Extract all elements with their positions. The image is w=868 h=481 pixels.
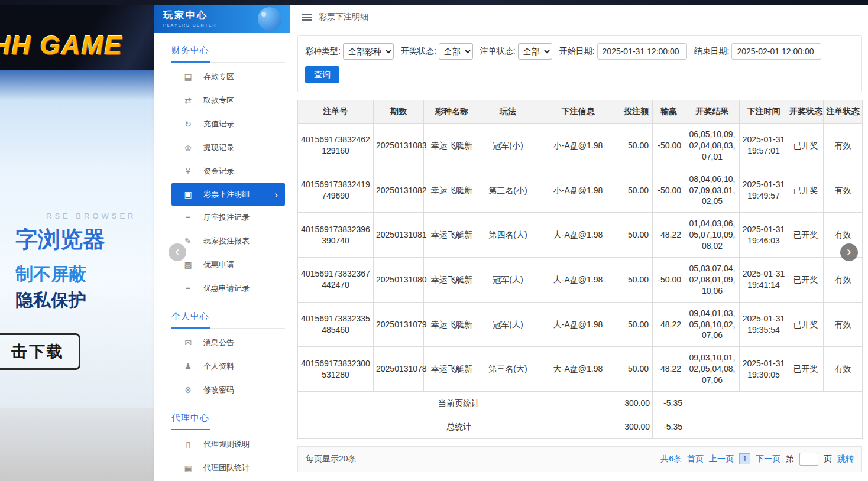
- cell-result: 09,03,10,01,02,05,04,08,07,06: [685, 347, 740, 392]
- hamburger-menu-icon[interactable]: [302, 12, 312, 22]
- cell-result: 05,03,07,04,02,08,01,09,10,06: [685, 258, 740, 303]
- page-jump-input[interactable]: [799, 453, 818, 466]
- column-header: 注单状态: [824, 100, 863, 124]
- sidebar-section-title: 财务中心: [171, 45, 285, 63]
- gift-icon: ▩: [183, 260, 193, 269]
- cell-draw-status: 已开奖: [788, 302, 824, 347]
- lottery-type-select[interactable]: 全部彩种: [343, 43, 394, 60]
- cell-draw-status: 已开奖: [788, 347, 824, 392]
- sidebar-item-deposit-zone[interactable]: ▤存款专区: [171, 65, 285, 89]
- draw-status-label: 开奖状态:: [401, 46, 436, 57]
- sidebar-item-withdraw-zone[interactable]: ⇄取款专区: [171, 89, 285, 112]
- filter-row: 彩种类型: 全部彩种 开奖状态: 全部 注单状态: 全部 开始日期: 结束日期:: [305, 43, 854, 60]
- start-date-label: 开始日期:: [559, 46, 595, 57]
- cell-period: 20250131083: [374, 124, 424, 168]
- bets-table-wrap: 注单号期数彩种名称玩法下注信息投注额输赢开奖结果下注时间开奖状态注单状态 401…: [297, 100, 862, 439]
- query-button[interactable]: 查询: [305, 66, 339, 83]
- cell-bet-no: 401569173832367442470: [298, 258, 374, 303]
- sidebar-item-funds-record[interactable]: ¥资金记录: [171, 160, 285, 183]
- sidebar-item-agent-rules[interactable]: ▯代理规则说明: [171, 433, 285, 456]
- cell-lottery: 幸运飞艇新: [424, 213, 480, 258]
- column-header: 注单号: [298, 100, 374, 124]
- cell-amount: 50.00: [620, 258, 653, 303]
- download-button[interactable]: 击下载: [0, 333, 80, 370]
- column-header: 彩种名称: [424, 100, 480, 124]
- cell-lottery: 幸运飞艇新: [424, 347, 480, 392]
- pagination-bar: 每页显示20条 共6条 首页 上一页 1 下一页 第 页 跳转: [297, 446, 862, 472]
- column-header: 下注时间: [740, 100, 788, 124]
- column-header: 投注额: [620, 100, 653, 124]
- cell-amount: 50.00: [620, 124, 653, 168]
- total-count-text: 共6条: [660, 454, 682, 464]
- cell-period: 20250131078: [374, 347, 424, 392]
- pagination-controls: 共6条 首页 上一页 1 下一页 第 页 跳转: [660, 453, 854, 466]
- bet-status-select[interactable]: 全部: [518, 43, 552, 60]
- sidebar-item-lottery-bet-detail[interactable]: ▣彩票下注明细›: [171, 183, 285, 206]
- cell-time: 2025-01-31 19:46:03: [740, 213, 788, 258]
- chevron-right-button[interactable]: ›: [840, 243, 858, 261]
- summary-label: 总统计: [298, 415, 620, 438]
- report-icon: ✎: [183, 236, 193, 246]
- coin-icon: ↻: [183, 119, 193, 129]
- chevron-right-icon: ›: [847, 244, 851, 259]
- app: HH GAME RSE BROWSER 字浏览器 制不屏蔽 隐私保护 击下载 快…: [0, 0, 868, 481]
- cell-bet-info: 小-A盘@1.98: [536, 124, 620, 168]
- sidebar-item-player-bet-report[interactable]: ✎玩家投注报表: [171, 229, 285, 253]
- cell-result: 06,05,10,09,02,04,08,03,07,01: [685, 124, 740, 168]
- prev-page-link[interactable]: 上一页: [709, 454, 734, 464]
- sidebar-item-hall-bet-record[interactable]: ≡厅室投注记录: [171, 206, 285, 229]
- cell-bet-no: 401569173832462129160: [298, 124, 374, 168]
- current-page-badge[interactable]: 1: [739, 453, 750, 464]
- table-header-row: 注单号期数彩种名称玩法下注信息投注额输赢开奖结果下注时间开奖状态注单状态: [298, 100, 863, 124]
- sidebar-item-label: 优惠申请: [203, 259, 234, 270]
- cell-play: 冠军(大): [480, 258, 536, 303]
- main-topbar: 彩票下注明细: [290, 5, 868, 30]
- sidebar-item-recharge-record[interactable]: ↻充值记录: [171, 112, 285, 136]
- sidebar-item-label: 资金记录: [203, 166, 234, 177]
- cell-win-loss: -50.00: [653, 124, 685, 168]
- sidebar-item-promo-apply[interactable]: ▩优惠申请: [171, 253, 285, 277]
- sidebar-item-promo-apply-record[interactable]: ≡优惠申请记录: [171, 277, 285, 300]
- sidebar-item-label: 彩票下注明细: [203, 189, 250, 200]
- cell-win-loss: 48.22: [653, 213, 685, 258]
- money-bag-icon: ¥: [183, 167, 193, 176]
- table-row: 40156917383241974969020250131082幸运飞艇新第三名…: [298, 168, 863, 213]
- chevron-left-button[interactable]: ‹: [169, 243, 186, 261]
- cell-lottery: 幸运飞艇新: [424, 124, 480, 168]
- browser-promo-area: RSE BROWSER 字浏览器 制不屏蔽 隐私保护 击下载 快讯: 平的博: [0, 70, 154, 408]
- cell-draw-status: 已开奖: [788, 168, 824, 213]
- record-list-icon: ≡: [183, 284, 193, 293]
- page-title: 彩票下注明细: [319, 12, 368, 22]
- cell-period: 20250131079: [374, 302, 424, 347]
- draw-status-select[interactable]: 全部: [439, 43, 473, 60]
- sidebar-item-agent-team-stats[interactable]: ▦代理团队统计: [171, 456, 285, 480]
- cell-bet-info: 小-A盘@1.98: [536, 168, 620, 213]
- document-icon: ▯: [183, 440, 193, 449]
- gear-icon: ⚙: [183, 385, 193, 395]
- content-area: 彩种类型: 全部彩种 开奖状态: 全部 注单状态: 全部 开始日期: 结束日期:: [290, 30, 868, 472]
- next-page-link[interactable]: 下一页: [756, 454, 780, 464]
- start-date-input[interactable]: [597, 43, 687, 60]
- cell-win-loss: -50.00: [653, 168, 685, 213]
- cell-bet-status: 有效: [824, 347, 863, 392]
- column-header: 期数: [374, 100, 424, 124]
- summary-amount: 300.00: [620, 392, 653, 415]
- sidebar-item-change-password[interactable]: ⚙修改密码: [171, 378, 285, 402]
- first-page-link[interactable]: 首页: [687, 454, 704, 464]
- jump-link[interactable]: 跳转: [837, 454, 854, 464]
- sidebar-item-withdrawal-record[interactable]: ♔提现记录: [171, 136, 285, 160]
- table-row: 40156917383239639074020250131081幸运飞艇新第四名…: [298, 213, 863, 258]
- cell-result: 08,04,06,10,07,09,03,01,02,05: [685, 168, 740, 213]
- end-date-input[interactable]: [731, 43, 821, 60]
- end-date-label: 结束日期:: [694, 46, 730, 57]
- player-center-sidebar: 玩家中心 PLAYERS CENTER 财务中心▤存款专区⇄取款专区↻充值记录♔…: [154, 5, 290, 481]
- sidebar-item-profile[interactable]: ♟个人资料: [171, 355, 285, 378]
- filter-panel: 彩种类型: 全部彩种 开奖状态: 全部 注单状态: 全部 开始日期: 结束日期:: [297, 35, 862, 92]
- sidebar-item-label: 代理规则说明: [203, 439, 250, 450]
- sidebar-item-messages[interactable]: ✉消息公告: [171, 331, 285, 355]
- cell-draw-status: 已开奖: [788, 213, 824, 258]
- page-prefix-text: 第: [786, 454, 794, 464]
- bets-table: 注单号期数彩种名称玩法下注信息投注额输赢开奖结果下注时间开奖状态注单状态 401…: [297, 100, 863, 439]
- cell-bet-info: 大-A盘@1.98: [536, 302, 620, 347]
- cell-play: 冠军(大): [480, 302, 536, 347]
